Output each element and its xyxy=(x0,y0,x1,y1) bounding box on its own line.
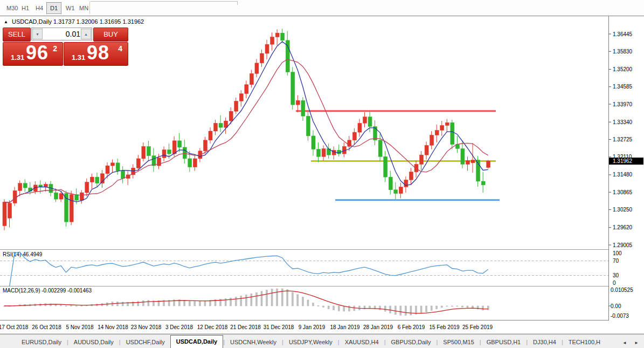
rsi-scale-label: 100 xyxy=(613,250,622,256)
macd-histogram-bar xyxy=(446,306,448,306)
rsi-line xyxy=(10,252,488,286)
tab-gbpusd-daily[interactable]: GBPUSD,Daily xyxy=(385,337,436,348)
macd-histogram-bar xyxy=(199,302,200,306)
macd-histogram-bar xyxy=(75,306,77,306)
date-axis-label: 3 Dec 2018 xyxy=(165,324,193,330)
chart-canvas[interactable]: 1.364451.358301.352001.345851.339701.333… xyxy=(0,0,644,348)
macd-histogram-bar xyxy=(400,306,401,315)
macd-histogram-bar xyxy=(441,306,442,308)
price-tick-label: 1.29005 xyxy=(613,242,633,248)
price-tick-label: 1.35830 xyxy=(613,49,633,54)
macd-scale-label: -0.0073 xyxy=(611,313,629,319)
price-tick-label: 1.30865 xyxy=(613,189,633,195)
fast-ma xyxy=(4,42,488,202)
macd-scale-label: 0.010525 xyxy=(611,287,633,293)
macd-histogram-bar xyxy=(276,289,278,306)
macd-histogram-bar xyxy=(328,306,329,309)
date-axis-label: 28 Jan 2019 xyxy=(363,324,393,330)
macd-histogram-bar xyxy=(302,297,303,306)
macd-histogram-bar xyxy=(240,296,242,306)
macd-histogram-bar xyxy=(354,306,355,311)
tab-eurusd-daily[interactable]: EURUSD,Daily xyxy=(16,337,67,348)
macd-histogram-bar xyxy=(251,294,252,306)
tab-usdchf-daily[interactable]: USDCHF,Daily xyxy=(121,337,170,348)
macd-histogram-bar xyxy=(467,306,468,308)
macd-histogram-bar xyxy=(117,302,119,306)
macd-histogram-bar xyxy=(65,306,67,306)
rsi-scale-label: 0 xyxy=(613,280,616,286)
macd-histogram-bar xyxy=(71,306,72,306)
tab-audusd-daily[interactable]: AUDUSD,Daily xyxy=(68,337,119,348)
date-axis-label: 12 Dec 2018 xyxy=(197,324,228,330)
price-tick-label: 1.30250 xyxy=(613,207,633,213)
macd-histogram-bar xyxy=(210,301,211,306)
macd-histogram-bar xyxy=(343,306,345,311)
macd-histogram-bar xyxy=(261,291,262,306)
macd-histogram-bar xyxy=(204,301,206,306)
tab-gbpusd-h1[interactable]: GBPUSD,H1 xyxy=(481,337,527,348)
tab-usdcnh-weekly[interactable]: USDCNH,Weekly xyxy=(225,337,282,348)
macd-histogram-bar xyxy=(456,306,458,306)
macd-histogram-bar xyxy=(189,301,190,306)
macd-histogram-bar xyxy=(436,306,438,309)
tab-xauusd-h4[interactable]: XAUUSD,H4 xyxy=(340,337,384,348)
macd-histogram-bar xyxy=(394,306,396,315)
macd-histogram-bar xyxy=(297,295,299,306)
date-axis-label: 5 Nov 2018 xyxy=(66,324,94,330)
date-axis-label: 21 Dec 2018 xyxy=(230,324,261,330)
macd-histogram-bar xyxy=(271,289,273,306)
macd-histogram-bar xyxy=(338,306,340,311)
macd-histogram-bar xyxy=(317,305,319,306)
date-axis-label: 23 Nov 2018 xyxy=(131,324,162,330)
macd-histogram-bar xyxy=(194,302,196,306)
tab-dj30-h4[interactable]: DJ30,H4 xyxy=(528,337,562,348)
mt4-terminal: { "toolbar": { "timeframes": ["M30","H1"… xyxy=(0,0,644,348)
macd-histogram-bar xyxy=(255,292,257,306)
macd-histogram-bar xyxy=(405,306,406,316)
macd-histogram-bar xyxy=(426,306,427,312)
macd-histogram-bar xyxy=(410,306,412,315)
macd-histogram-bar xyxy=(333,306,335,310)
macd-histogram-bar xyxy=(431,306,432,310)
macd-histogram-bar xyxy=(313,303,314,306)
price-tick-label: 1.31480 xyxy=(613,172,633,178)
tab-sp500-m15[interactable]: SP500,M15 xyxy=(438,337,479,348)
macd-histogram-bar xyxy=(323,306,324,308)
macd-histogram-bar xyxy=(148,301,149,306)
price-tick-label: 1.33970 xyxy=(613,101,633,107)
price-tick-label: 1.36445 xyxy=(613,31,633,37)
macd-histogram-bar xyxy=(451,306,453,306)
price-tick-label: 1.29620 xyxy=(613,224,633,230)
date-axis-label: 15 Feb 2019 xyxy=(429,324,460,330)
tab-usdjpy-weekly[interactable]: USDJPY,Weekly xyxy=(283,337,338,348)
macd-histogram-bar xyxy=(245,295,247,306)
current-price-label: 1.31962 xyxy=(613,158,633,164)
rsi-scale-label: 30 xyxy=(613,272,619,278)
macd-histogram-bar xyxy=(266,290,268,306)
price-tick-label: 1.32725 xyxy=(613,137,633,142)
macd-histogram-bar xyxy=(420,306,422,313)
macd-histogram-bar xyxy=(307,300,309,306)
macd-histogram-bar xyxy=(379,306,381,310)
date-axis-label: 14 Nov 2018 xyxy=(98,324,128,330)
macd-histogram-bar xyxy=(482,306,484,310)
chart-tab-bar: EURUSD,Daily|AUDUSD,Daily|USDCHF,DailyUS… xyxy=(0,334,644,348)
price-tick-label: 1.34585 xyxy=(613,84,633,90)
date-axis-label: 31 Dec 2018 xyxy=(264,324,294,330)
tab-usdcad-daily[interactable]: USDCAD,Daily xyxy=(170,335,223,348)
tab-scroll-arrows-icon[interactable]: ◄ ► xyxy=(622,340,642,345)
date-axis-label: 9 Jan 2019 xyxy=(299,324,326,330)
price-tick-label: 1.33340 xyxy=(613,119,633,125)
price-tick-label: 1.35200 xyxy=(613,66,633,72)
tab-tech100-h[interactable]: TECH100,H xyxy=(563,337,606,348)
macd-histogram-bar xyxy=(142,301,144,306)
macd-histogram-bar xyxy=(235,297,237,306)
macd-histogram-bar xyxy=(230,298,232,306)
macd-histogram-bar xyxy=(472,306,474,308)
macd-histogram-bar xyxy=(384,306,386,311)
macd-histogram-bar xyxy=(287,290,288,306)
macd-histogram-bar xyxy=(81,306,82,306)
macd-histogram-bar xyxy=(122,302,123,306)
date-axis-label: 18 Jan 2019 xyxy=(330,324,359,330)
macd-histogram-bar xyxy=(292,292,293,306)
